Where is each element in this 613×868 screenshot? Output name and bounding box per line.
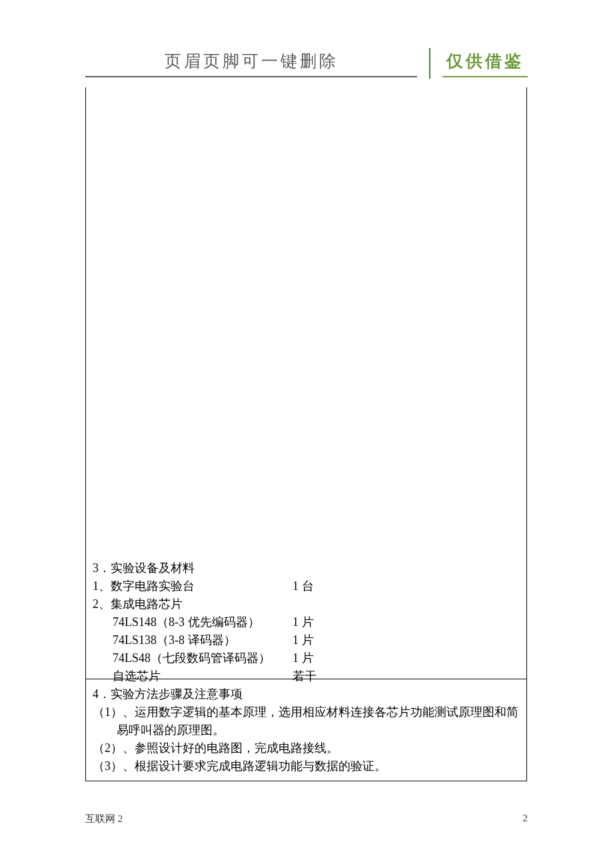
equipment-row: 1、数字电路实验台 1 台 xyxy=(93,577,519,595)
equipment-row: 74LS148（8-3 优先编码器） 1 片 xyxy=(93,613,519,631)
equipment-label: 自选芯片 xyxy=(93,667,293,685)
equipment-label: 2、集成电路芯片 xyxy=(93,595,293,613)
section-divider xyxy=(85,679,527,679)
equipment-qty: 1 片 xyxy=(293,631,314,649)
equipment-row: 74LS48（七段数码管译码器） 1 片 xyxy=(93,649,519,667)
section-4-title: 4．实验方法步骤及注意事项 xyxy=(93,685,519,703)
section-divider xyxy=(85,781,527,781)
method-step: （1）、运用数字逻辑的基本原理，选用相应材料连接各芯片功能测试原理图和简 xyxy=(93,703,519,721)
section-3-title: 3．实验设备及材料 xyxy=(93,559,519,577)
equipment-label: 74LS148（8-3 优先编码器） xyxy=(93,613,293,631)
header-left-text: 页眉页脚可一键删除 xyxy=(85,50,417,77)
equipment-row: 2、集成电路芯片 xyxy=(93,595,519,613)
equipment-label: 74LS48（七段数码管译码器） xyxy=(93,649,293,667)
method-step: （3）、根据设计要求完成电路逻辑功能与数据的验证。 xyxy=(93,757,519,775)
header-right-text: 仅供借鉴 xyxy=(442,50,528,77)
section-equipment: 3．实验设备及材料 1、数字电路实验台 1 台 2、集成电路芯片 74LS148… xyxy=(93,559,519,685)
header-divider xyxy=(429,48,430,79)
footer-left: 互联网 2 xyxy=(85,813,123,825)
section-methods: 4．实验方法步骤及注意事项 （1）、运用数字逻辑的基本原理，选用相应材料连接各芯… xyxy=(93,685,519,775)
equipment-qty: 1 片 xyxy=(293,613,314,631)
equipment-qty: 1 台 xyxy=(293,577,314,595)
equipment-row: 74LS138（3-8 译码器） 1 片 xyxy=(93,631,519,649)
method-step-cont: 易呼叫器的原理图。 xyxy=(93,721,519,739)
page-header: 页眉页脚可一键删除 仅供借鉴 xyxy=(0,48,613,77)
page-number: 2 xyxy=(523,813,528,825)
equipment-qty: 若干 xyxy=(293,667,316,685)
equipment-row: 自选芯片 若干 xyxy=(93,667,519,685)
method-step: （2）、参照设计好的电路图，完成电路接线。 xyxy=(93,739,519,757)
equipment-qty: 1 片 xyxy=(293,649,314,667)
equipment-label: 1、数字电路实验台 xyxy=(93,577,293,595)
equipment-label: 74LS138（3-8 译码器） xyxy=(93,631,293,649)
page-footer: 互联网 2 2 xyxy=(85,813,528,825)
